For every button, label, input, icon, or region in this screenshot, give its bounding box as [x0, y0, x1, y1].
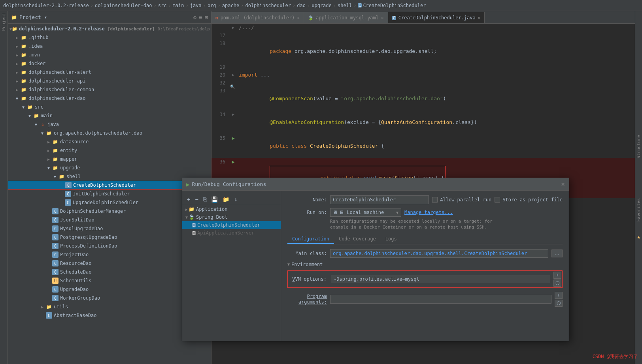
prog-macro-btn[interactable]: ⬡ [555, 300, 563, 307]
tree-item-upgrade[interactable]: ▼ 📁 upgrade [8, 163, 211, 172]
tree-item-dao[interactable]: ▼ 📁 dolphinscheduler-dao [8, 94, 211, 103]
tree-item-abstract[interactable]: ▶ C AbstractBaseDao [8, 311, 211, 320]
tab-pom-close[interactable]: × [297, 15, 300, 21]
fold-btn[interactable]: ▶ [232, 24, 234, 32]
tab-pom[interactable]: m pom.xml (dolphinscheduler) × [211, 12, 304, 23]
parallel-box[interactable] [432, 197, 438, 203]
dialog-titlebar: ▶ Run/Debug Configurations × [182, 178, 569, 191]
breadcrumb-item: dolphinscheduler-dao [95, 3, 152, 8]
project-label: Project [1, 13, 6, 31]
tree-item-postgres[interactable]: ▶ C PostgresqlUpgradeDao [8, 233, 211, 242]
copy-config-btn[interactable]: ⎘ [202, 195, 208, 203]
prog-args-input[interactable] [330, 295, 551, 304]
tree-item-main[interactable]: ▼ 📁 main [8, 111, 211, 120]
dlg-create-label: CreateDolphinScheduler [197, 222, 260, 228]
collapse-icon[interactable]: ⊟ [205, 14, 208, 21]
star-icon[interactable]: ★ [637, 234, 640, 240]
dlg-item-api[interactable]: C ApiApplicationServer [182, 229, 281, 237]
tree-item-api[interactable]: ▶ 📁 dolphinscheduler-api [8, 77, 211, 85]
tree-item-create[interactable]: ▶ C CreateDolphinScheduler [8, 181, 211, 190]
code-line-18: 18 package org.apache.dolphinscheduler.d… [211, 39, 635, 63]
name-input[interactable] [330, 195, 429, 204]
tree-item-java[interactable]: ▼ ☕ java [8, 120, 211, 129]
tree-item-utils[interactable]: ▶ 📁 utils [8, 302, 211, 311]
app-folder-icon: 📁 [189, 206, 194, 212]
code-line-33: 33 🔍 @ComponentScan(value = "org.apache.… [211, 87, 635, 111]
tree-item-alert[interactable]: ▶ 📁 dolphinscheduler-alert [8, 68, 211, 77]
save-config-btn[interactable]: 💾 [210, 195, 219, 203]
tree-item-dsm[interactable]: ▶ C DolphinSchedulerManager [8, 207, 211, 216]
main-class-row: Main class: ... [287, 249, 563, 258]
dialog-close-btn[interactable]: × [561, 180, 565, 188]
fold-btn-import[interactable]: ▶ [232, 71, 234, 79]
tree-item-upgrade-ds[interactable]: ▶ C UpgradeDolphinScheduler [8, 198, 211, 207]
breadcrumb-item: java [190, 3, 202, 8]
prog-expand-btn[interactable]: + [555, 292, 563, 299]
tree-item-worker[interactable]: ▶ C WorkerGroupDao [8, 294, 211, 302]
tree-item-upgradedao[interactable]: ▶ C UpgradeDao [8, 285, 211, 294]
expand-icon[interactable]: ≡ [199, 14, 202, 21]
allow-parallel-checkbox[interactable]: Allow parallel run [432, 197, 491, 203]
vm-macro-btn[interactable]: ⬡ [553, 280, 561, 287]
add-config-btn[interactable]: + [185, 195, 192, 203]
tree-item-idea[interactable]: ▶ 📁 .idea [8, 42, 211, 51]
tree-item-process[interactable]: ▶ C ProcessDefinitionDao [8, 242, 211, 250]
side-tools: Project [0, 11, 8, 364]
tree-item-jsondao[interactable]: ▶ C JsonSplitDao [8, 216, 211, 224]
code-line-34: 34 ▶ @EnableAutoConfiguration(exclude = … [211, 111, 635, 134]
code-line-fold: ▶ /.../ [211, 24, 635, 32]
local-machine-select[interactable]: 🖥 🖥 Local machine ▼ [330, 208, 401, 217]
dlg-application-label: Application [196, 206, 227, 212]
store-box[interactable] [495, 197, 500, 203]
tab-logs[interactable]: Logs [381, 235, 402, 244]
tree-item-resource[interactable]: ▶ C ResourceDao [8, 259, 211, 268]
sort-config-btn[interactable]: ↕ [232, 195, 239, 203]
tree-item-projectdao[interactable]: ▶ C ProjectDao [8, 250, 211, 259]
tree-item-schedule[interactable]: ▶ C ScheduleDao [8, 268, 211, 276]
folder-config-btn[interactable]: 📁 [221, 195, 231, 203]
tree-root[interactable]: ▼ 📁 dolphinscheduler-2.0.2-release [dolp… [8, 24, 211, 33]
dlg-item-spring-boot[interactable]: ▼ 🍃 Spring Boot [182, 213, 281, 221]
tree-item-common[interactable]: ▶ 📁 dolphinscheduler-common [8, 85, 211, 94]
main-class-browse-btn[interactable]: ... [551, 250, 563, 257]
config-tabs: Configuration Code Coverage Logs [287, 235, 563, 244]
tab-yaml-close[interactable]: × [381, 15, 384, 21]
tree-item-src[interactable]: ▼ 📁 src [8, 103, 211, 111]
tree-item-mysql[interactable]: ▶ C MysqlUpgradeDao [8, 224, 211, 233]
sidebar-title[interactable]: Project ▾ [19, 14, 47, 20]
tree-item-init[interactable]: ▶ C InitDolphinScheduler [8, 190, 211, 198]
tree-item-entity[interactable]: ▶ 📁 entity [8, 146, 211, 155]
tree-item-datasource[interactable]: ▶ 📁 datasource [8, 137, 211, 146]
store-project-checkbox[interactable]: Store as project file [495, 197, 563, 203]
remove-config-btn[interactable]: − [193, 195, 200, 203]
tree-item-docker[interactable]: ▶ 📁 docker [8, 59, 211, 68]
dlg-item-application[interactable]: ▶ 📁 Application [182, 205, 281, 213]
environment-section[interactable]: ▼ Environment [287, 262, 563, 267]
tab-java[interactable]: C CreateDolphinScheduler.java × [388, 12, 485, 23]
code-line-17: 17 [211, 32, 635, 39]
vm-options-input[interactable] [331, 275, 550, 283]
dialog-title: Run/Debug Configurations [192, 181, 266, 187]
tree-item-github[interactable]: ▶ 📁 .github [8, 33, 211, 42]
tab-configuration[interactable]: Configuration [287, 235, 334, 244]
run-btn-36[interactable]: ▶ [232, 158, 234, 166]
spring-folder-icon: 🍃 [189, 214, 194, 220]
tree-item-org[interactable]: ▼ 📁 org.apache.dolphinscheduler.dao [8, 129, 211, 137]
file-type-icon: C [358, 3, 362, 8]
tab-code-coverage[interactable]: Code Coverage [334, 235, 381, 244]
vm-expand-btn[interactable]: + [553, 272, 561, 279]
tree-item-mapper[interactable]: ▶ 📁 mapper [8, 155, 211, 163]
manage-targets-link[interactable]: Manage targets... [404, 210, 453, 215]
settings-icon[interactable]: ⚙ [193, 14, 196, 21]
run-btn-35[interactable]: ▶ [232, 134, 234, 142]
tab-java-close[interactable]: × [478, 15, 481, 21]
tree-item-shell[interactable]: ▼ 📁 shell [8, 172, 211, 181]
tree-item-mvn[interactable]: ▶ 📁 .mvn [8, 51, 211, 59]
tab-yaml[interactable]: 🍃 application-mysql.yaml × [304, 12, 388, 23]
project-icon: 📁 [11, 15, 17, 20]
run-debug-dialog: ▶ Run/Debug Configurations × + − ⎘ 💾 📁 ↕… [182, 178, 569, 341]
dlg-item-create[interactable]: C CreateDolphinScheduler [182, 221, 281, 229]
fold-btn-34[interactable]: ▶ [232, 111, 234, 118]
main-class-input[interactable] [330, 249, 548, 258]
tree-item-schema[interactable]: ▶ U SchemaUtils [8, 276, 211, 285]
